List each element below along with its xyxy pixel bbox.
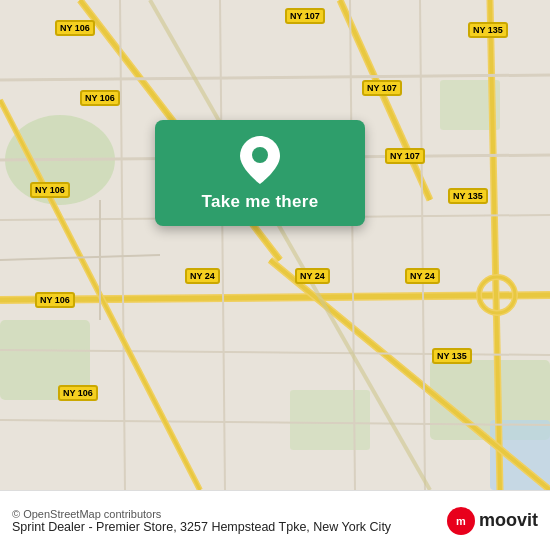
map-container: NY 106 NY 107 NY 106 NY 106 NY 107 NY 10… <box>0 0 550 490</box>
location-pin-icon <box>240 136 280 184</box>
take-me-there-button[interactable]: Take me there <box>202 192 319 212</box>
moovit-icon: m <box>447 507 475 535</box>
road-badge-ny107-2: NY 107 <box>362 80 402 96</box>
road-badge-ny135-2: NY 135 <box>448 188 488 204</box>
road-badge-ny107-3: NY 107 <box>385 148 425 164</box>
svg-text:m: m <box>456 515 466 527</box>
road-badge-ny107-1: NY 107 <box>285 8 325 24</box>
road-badge-ny106-4: NY 106 <box>35 292 75 308</box>
road-badge-ny106-2: NY 106 <box>80 90 120 106</box>
copyright-text: © OpenStreetMap contributors <box>12 508 447 520</box>
road-badge-ny135-3: NY 135 <box>432 348 472 364</box>
moovit-logo: m moovit <box>447 507 538 535</box>
moovit-label: moovit <box>479 510 538 531</box>
place-name: Sprint Dealer - Premier Store, 3257 Hemp… <box>12 520 447 534</box>
svg-point-33 <box>252 147 268 163</box>
road-badge-ny135-1: NY 135 <box>468 22 508 38</box>
location-card: Take me there <box>155 120 365 226</box>
road-badge-ny24-2: NY 24 <box>295 268 330 284</box>
road-badge-ny24-3: NY 24 <box>405 268 440 284</box>
bottom-bar: © OpenStreetMap contributors Sprint Deal… <box>0 490 550 550</box>
map-svg <box>0 0 550 490</box>
road-badge-ny106-5: NY 106 <box>58 385 98 401</box>
road-badge-ny106-3: NY 106 <box>30 182 70 198</box>
road-badge-ny106-1: NY 106 <box>55 20 95 36</box>
road-badge-ny24-1: NY 24 <box>185 268 220 284</box>
svg-rect-5 <box>290 390 370 450</box>
